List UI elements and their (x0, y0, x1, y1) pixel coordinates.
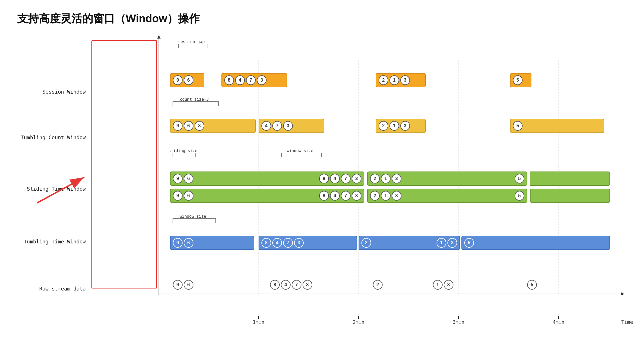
sliding-bar-1b: 2 1 3 5 (367, 171, 527, 186)
arrow-icon (31, 171, 94, 207)
num-7-t2: 7 (283, 238, 293, 248)
sliding-bar-2b: 2 1 3 5 (367, 189, 527, 203)
time-axis-arrow (621, 292, 624, 296)
num-4-sl1: 4 (330, 174, 340, 183)
svg-text:window size: window size (287, 149, 313, 153)
num-4-c2: 4 (261, 121, 271, 131)
num-2-t3: 2 (361, 238, 371, 248)
num-2-c3: 2 (379, 121, 388, 131)
svg-text:window size: window size (180, 214, 206, 219)
raw-3: 3 (303, 280, 312, 290)
svg-text:sliding size: sliding size (170, 149, 197, 153)
marker-2min: 2min (353, 319, 365, 325)
tick-3min (458, 316, 459, 319)
raw-group-1: 9 6 (173, 280, 193, 290)
session-bar-1: 9 6 (170, 73, 204, 87)
num-1-c3: 1 (389, 121, 399, 131)
session-gap-label: session gap (176, 40, 239, 51)
tick-4min (558, 316, 559, 319)
num-8-t2: 8 (261, 238, 271, 248)
count-bar-4: 5 (510, 119, 604, 133)
diagram-area: 1min 2min 3min 4min Time session gap 9 6… (159, 32, 630, 317)
num-1-s3: 1 (389, 75, 399, 85)
num-6-t1: 6 (184, 238, 193, 248)
raw-5: 5 (527, 280, 537, 290)
count-size-label: count size=3 (170, 97, 267, 108)
svg-line-1 (37, 177, 84, 203)
num-6-sl1: 6 (184, 174, 193, 183)
num-8-sl1: 8 (319, 174, 329, 183)
num-3-s3: 3 (400, 75, 410, 85)
num-3-c3: 3 (400, 121, 410, 131)
tumbling-bar-1: 9 6 (170, 236, 254, 250)
num-7-s2: 7 (246, 75, 256, 85)
num-1-t3: 1 (437, 238, 446, 248)
page-title: 支持高度灵活的窗口（Window）操作 (0, 0, 644, 32)
num-1-sl2b: 1 (381, 191, 391, 201)
num-8-sl2: 8 (319, 191, 329, 201)
sliding-bar-1c (530, 171, 610, 186)
count-bar-2: 4 7 3 (259, 119, 324, 133)
num-5-c4: 5 (513, 121, 523, 131)
marker-3min: 3min (453, 319, 465, 325)
red-box (91, 40, 157, 288)
time-axis (159, 294, 621, 294)
num-3-c2: 3 (283, 121, 293, 131)
label-session: Session Window (0, 89, 86, 95)
num-9-t1: 9 (173, 238, 183, 248)
num-5-sl1b: 5 (515, 174, 524, 183)
sliding-bar-2c (530, 189, 610, 203)
marker-1min: 1min (253, 319, 265, 325)
sliding-size-label: sliding size (170, 149, 221, 160)
num-4-sl2: 4 (330, 191, 340, 201)
num-9-s1: 9 (173, 75, 183, 85)
num-9-sl2: 9 (173, 191, 183, 201)
num-3-sl1: 3 (352, 174, 361, 183)
count-bar-3: 2 1 3 (376, 119, 426, 133)
num-1-sl1b: 1 (381, 174, 391, 183)
session-bar-3: 2 1 3 (376, 73, 426, 87)
num-3-sl2b: 3 (392, 191, 401, 201)
num-5-s4: 5 (513, 75, 523, 85)
vertical-axis (159, 38, 159, 295)
tumbling-bar-2: 8 4 7 3 (259, 236, 357, 250)
num-6-c1: 6 (184, 121, 193, 131)
num-6-sl2: 6 (184, 191, 193, 201)
tumbling-bar-3: 2 1 3 (359, 236, 460, 250)
raw-4: 4 (281, 280, 291, 290)
num-6-s1: 6 (184, 75, 193, 85)
svg-text:count size=3: count size=3 (180, 97, 209, 102)
raw-6: 6 (184, 280, 193, 290)
num-3-sl2: 3 (352, 191, 361, 201)
marker-4min: 4min (553, 319, 565, 325)
raw-7: 7 (292, 280, 301, 290)
label-tumbling-count: Tumbling Count Window (0, 134, 86, 141)
raw-1: 1 (433, 280, 443, 290)
row-labels: Session Window Tumbling Count Window Sli… (0, 40, 91, 288)
num-3-t2: 3 (294, 238, 304, 248)
raw-group-4: 5 (527, 280, 537, 290)
sliding-bar-2a: 9 6 8 4 7 3 (170, 189, 364, 203)
raw-2: 2 (373, 280, 383, 290)
tick-1min (258, 316, 259, 319)
num-8-s2: 8 (224, 75, 234, 85)
raw-group-3a: 2 (373, 280, 383, 290)
num-4-t2: 4 (272, 238, 282, 248)
num-7-c2: 7 (272, 121, 282, 131)
num-3-t3: 3 (447, 238, 457, 248)
num-3-s2: 3 (257, 75, 267, 85)
tick-2min (358, 316, 359, 319)
num-2-sl1b: 2 (370, 174, 380, 183)
vertical-axis-arrow (157, 35, 161, 39)
session-bar-2: 8 4 7 3 (221, 73, 287, 87)
tumbling-bar-4: 5 (461, 236, 610, 250)
raw-group-2: 8 4 7 3 (270, 280, 312, 290)
num-3-sl1b: 3 (392, 174, 401, 183)
num-9-c1: 9 (173, 121, 183, 131)
diagram-container: Session Window Tumbling Count Window Sli… (0, 32, 644, 331)
raw-8: 8 (270, 280, 280, 290)
count-bar-1: 9 6 8 (170, 119, 256, 133)
num-2-s3: 2 (379, 75, 388, 85)
window-size-label-2: window size (170, 214, 261, 225)
num-5-sl2b: 5 (515, 191, 524, 201)
